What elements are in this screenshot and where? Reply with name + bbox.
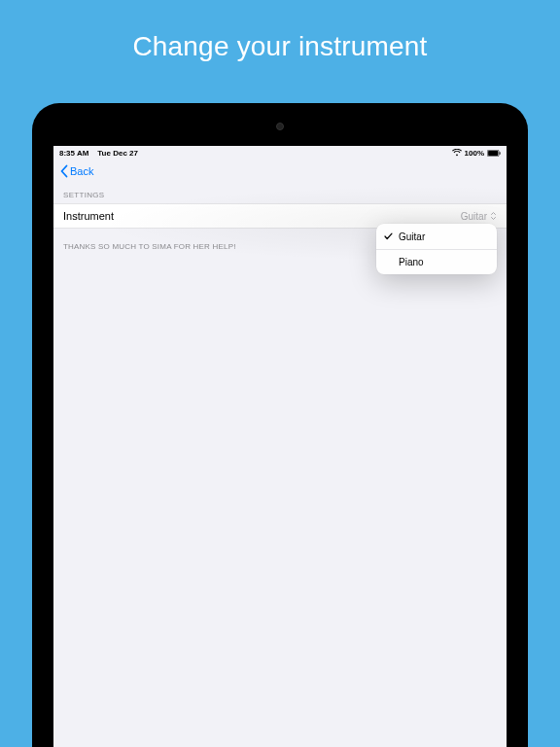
check-icon	[384, 232, 393, 240]
screen: 8:35 AM Tue Dec 27 100% Back	[53, 146, 507, 747]
back-label: Back	[70, 165, 93, 177]
updown-icon	[490, 211, 497, 221]
wifi-icon	[452, 149, 462, 157]
promo-title: Change your instrument	[0, 0, 560, 62]
tablet-frame: 8:35 AM Tue Dec 27 100% Back	[32, 103, 528, 747]
popover-item-guitar[interactable]: Guitar	[376, 224, 497, 249]
svg-rect-1	[488, 151, 498, 156]
instrument-value-text: Guitar	[461, 211, 487, 222]
popover-item-label: Piano	[399, 257, 424, 267]
status-right: 100%	[452, 149, 501, 158]
battery-percent: 100%	[465, 149, 484, 158]
popover-item-label: Guitar	[399, 231, 425, 242]
camera-dot	[276, 123, 284, 130]
status-date: Tue Dec 27	[97, 149, 138, 158]
status-left: 8:35 AM Tue Dec 27	[59, 149, 138, 158]
status-bar: 8:35 AM Tue Dec 27 100%	[53, 146, 507, 160]
instrument-popover: Guitar Piano	[376, 224, 497, 274]
instrument-row-label: Instrument	[63, 210, 114, 222]
nav-bar: Back	[53, 160, 507, 183]
instrument-row-value: Guitar	[461, 211, 497, 222]
status-time: 8:35 AM	[59, 149, 88, 158]
chevron-left-icon	[59, 164, 69, 178]
popover-item-piano[interactable]: Piano	[376, 249, 497, 274]
back-button[interactable]: Back	[59, 164, 93, 178]
svg-rect-2	[500, 152, 501, 155]
battery-icon	[487, 150, 501, 157]
settings-section-header: SETTINGS	[53, 183, 507, 203]
